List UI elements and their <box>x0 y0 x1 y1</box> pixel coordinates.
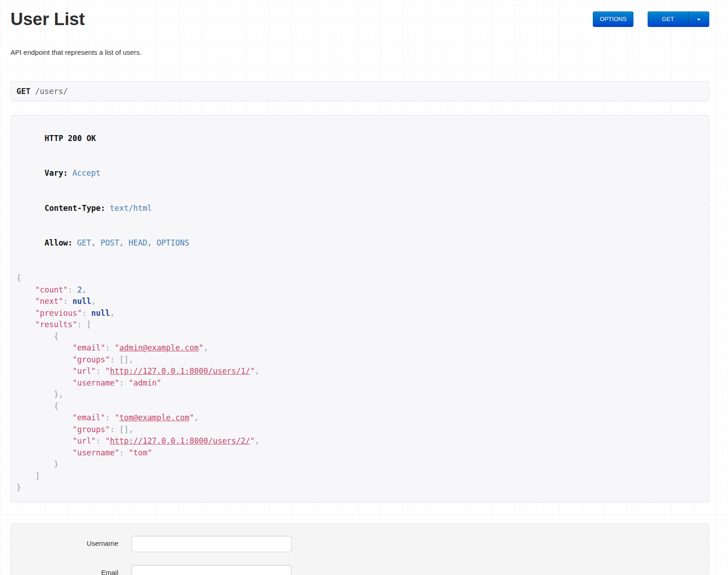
page-description: API endpoint that represents a list of u… <box>11 48 709 57</box>
header-name: Vary: <box>44 168 68 178</box>
response-status: HTTP 200 OK <box>44 134 96 143</box>
header-name: Allow: <box>44 238 72 247</box>
response-header-line: Vary:Accept <box>16 156 703 191</box>
toolbar: OPTIONS GET <box>593 11 709 27</box>
response-panel: HTTP 200 OK Vary:Accept Content-Type:tex… <box>11 115 709 502</box>
form-row-email: Email <box>20 565 700 575</box>
response-json-body: { "count": 2, "next": null, "previous": … <box>16 272 703 494</box>
email-input[interactable] <box>132 565 291 575</box>
form-row-username: Username <box>20 536 700 552</box>
response-status-line: HTTP 200 OK <box>16 121 703 156</box>
blank-line <box>16 261 703 272</box>
get-button-group: GET <box>648 11 709 27</box>
response-header-line: Content-Type:text/html <box>16 191 703 226</box>
caret-down-icon <box>697 19 701 21</box>
response-header-line: Allow:GET, POST, HEAD, OPTIONS <box>16 226 703 261</box>
header-value: text/html <box>110 204 152 213</box>
json-value-link[interactable]: http://127.0.0.1:8000/users/1/ <box>110 366 250 376</box>
json-value-link[interactable]: http://127.0.0.1:8000/users/2/ <box>110 436 250 445</box>
get-button[interactable]: GET <box>648 11 688 27</box>
header-name: Content-Type: <box>44 204 105 213</box>
json-value-link[interactable]: admin@example.com <box>119 343 199 352</box>
request-summary: GET/users/ <box>11 81 709 101</box>
create-user-form: Username Email Groups POST <box>11 523 709 575</box>
request-path: /users/ <box>35 87 68 96</box>
email-label: Email <box>20 565 118 575</box>
get-format-dropdown-button[interactable] <box>688 11 709 27</box>
header-value: GET, POST, HEAD, OPTIONS <box>77 238 190 247</box>
username-label: Username <box>20 536 118 547</box>
json-value-link[interactable]: tom@example.com <box>119 413 190 422</box>
request-method: GET <box>16 87 31 96</box>
options-button[interactable]: OPTIONS <box>593 11 633 27</box>
header-value: Accept <box>73 168 100 178</box>
page-container: OPTIONS GET User List API endpoint that … <box>0 0 728 575</box>
username-input[interactable] <box>132 536 291 552</box>
